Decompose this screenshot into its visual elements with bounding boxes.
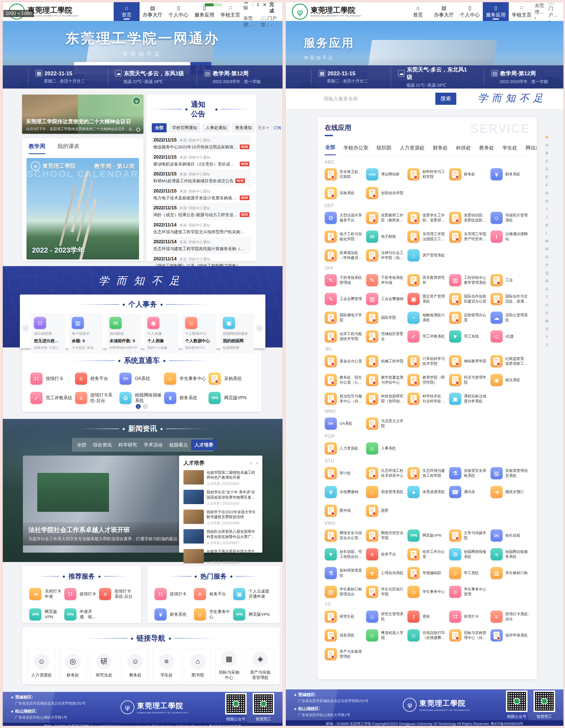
- app-item[interactable]: VPN网页版VPN: [408, 529, 447, 542]
- alpha-L[interactable]: L: [546, 229, 548, 237]
- prev-arrow[interactable]: ‹: [22, 325, 29, 332]
- app-item[interactable]: ≡疫情打卡系统-后台: [491, 611, 530, 623]
- service-shortcut[interactable]: ≡疫情打卡系统-后台: [99, 588, 134, 600]
- app-item[interactable]: ¥水电费缴纳: [325, 486, 364, 498]
- news-tab-3[interactable]: 学术活动: [140, 440, 166, 450]
- service-shortcut[interactable]: ▣个人云桌面开通申请: [233, 588, 272, 600]
- system-shortcut[interactable]: 采购系统: [208, 373, 253, 385]
- app-item[interactable]: ☺在线自助打印（在线缴费、学生...: [408, 629, 447, 641]
- app-item[interactable]: 化学工程与能源技术学院: [325, 330, 364, 342]
- app-item[interactable]: 迎新系统: [325, 629, 364, 641]
- notice-tab-0[interactable]: 全部: [152, 123, 167, 132]
- app-item[interactable]: ☺人事系统: [366, 442, 405, 454]
- alpha-S[interactable]: S: [546, 285, 548, 293]
- notice-item[interactable]: 2022/11/14来源: 招标中心通知 生态环境与建筑工程学院北斗指挥型用户机…: [152, 220, 251, 237]
- app-item[interactable]: ▥实验室管理信息系统: [491, 467, 530, 479]
- app-item[interactable]: OAOA系统: [325, 417, 364, 430]
- personal-card[interactable]: ∷ 进出校权限您无进出校权限权限详情: 不准入: [31, 314, 65, 354]
- alpha-K[interactable]: K: [546, 221, 548, 229]
- app-item[interactable]: 团委: [366, 505, 405, 517]
- system-shortcut[interactable]: ≡疫情打卡系统-后台: [75, 392, 120, 404]
- nav-item-1[interactable]: ▤办事大厅: [431, 2, 457, 21]
- alpha-W[interactable]: W: [545, 317, 549, 325]
- app-item[interactable]: ▼校长信箱、莞工热线后台管理系统: [325, 548, 364, 560]
- app-item[interactable]: 科学技术处、社会科学处、先进技...: [408, 393, 447, 405]
- notice-more[interactable]: 更多 ▾: [258, 125, 269, 130]
- notice-item[interactable]: 2022/11/15来源: 招标中心通知 物业服务中心2022年10月份保洁用品…: [152, 135, 251, 152]
- service-shortcut[interactable]: ∷疫情打卡: [64, 588, 99, 600]
- app-item[interactable]: 校友工作办公室: [408, 548, 447, 560]
- dept-tab-1[interactable]: 学校办公室: [343, 142, 369, 155]
- app-item[interactable]: 工会: [491, 274, 530, 286]
- app-item[interactable]: ☎通讯录: [449, 486, 488, 498]
- notice-subscribe[interactable]: 订阅: [271, 125, 281, 130]
- app-item[interactable]: 东莞理工学院资产经营有限公司: [449, 231, 488, 243]
- app-item[interactable]: 财务处: [449, 168, 488, 180]
- app-item[interactable]: ✎干部考核系统管理端: [325, 274, 364, 286]
- app-item[interactable]: 安全保卫处、武装部: [325, 168, 364, 180]
- personal-card[interactable]: ▥ 电子校园卡余额: 0卡片状态: 未知: [69, 314, 103, 354]
- notice-tab-1[interactable]: 学校官网通知: [169, 123, 200, 132]
- dept-tab-5[interactable]: 科技处: [456, 142, 472, 155]
- app-item[interactable]: ✉电子邮箱: [366, 231, 405, 243]
- app-item[interactable]: 党委组织部、党委统战部（党校办...: [449, 212, 488, 224]
- close-icon[interactable]: ✕: [262, 2, 266, 8]
- app-item[interactable]: ✎干部考核系统评分端: [366, 274, 405, 286]
- app-item[interactable]: ▣课程目标达成度分析系统: [449, 393, 488, 405]
- nav-item-0[interactable]: ⌂首页: [114, 2, 140, 21]
- alpha-D[interactable]: D: [545, 165, 548, 173]
- alpha-U[interactable]: U: [545, 301, 548, 309]
- alpha-E[interactable]: E: [546, 173, 548, 181]
- app-item[interactable]: 值班申请系统: [491, 629, 530, 641]
- nav-item-0[interactable]: ⌂首页: [405, 2, 431, 21]
- app-item[interactable]: ≈校园网自助服务系统: [491, 548, 530, 560]
- service-shortcut[interactable]: ¥财务系统: [154, 608, 194, 620]
- service-shortcut[interactable]: ☺学生事务中心: [194, 608, 233, 620]
- system-shortcut[interactable]: ⚙校园网络报修系统: [119, 392, 164, 404]
- alpha-I[interactable]: I: [546, 205, 547, 213]
- nav-item-2[interactable]: ▯个人中心: [165, 2, 191, 21]
- news-list-item[interactable]: 我校学子在2022年全国大学生数学建模竞赛斩获佳绩人才培养 | 2022/10/…: [183, 510, 258, 526]
- edit-button[interactable]: 编辑: [243, 2, 249, 11]
- app-item[interactable]: ♥心理咨询系统: [366, 567, 405, 579]
- app-item[interactable]: 国际学院: [366, 312, 405, 324]
- app-item[interactable]: 经济与管理学院: [449, 374, 488, 386]
- app-item[interactable]: ☺学生事务中心: [408, 586, 447, 598]
- news-tab-1[interactable]: 综合资讯: [90, 440, 115, 450]
- notice-tab-3[interactable]: 教务通知: [232, 123, 255, 132]
- news-tab-2[interactable]: 科学研究: [115, 440, 140, 450]
- alpha-J[interactable]: J: [546, 213, 548, 221]
- app-item[interactable]: 党委教师工作部（教师发展中心）: [366, 212, 405, 224]
- university-logo[interactable]: φ 東莞理工學院 DONGGUAN UNIVERSITY OF TECHNOLO…: [286, 4, 364, 20]
- link-nav-item[interactable]: ≡学生处: [152, 649, 180, 682]
- alpha-R[interactable]: R: [545, 277, 548, 285]
- app-item[interactable]: 教学质量监测与评估中心: [366, 374, 405, 386]
- alpha-N[interactable]: N: [545, 245, 548, 253]
- chevron-down-icon[interactable]: ∨: [249, 461, 252, 465]
- done-button[interactable]: ✓ 完成: [269, 2, 278, 14]
- app-item[interactable]: 生态环境工程技术研发中心: [366, 467, 405, 479]
- app-item[interactable]: 高等教育研究所: [408, 274, 447, 286]
- dept-tab-4[interactable]: 财务处: [432, 142, 448, 155]
- nav-item-3[interactable]: ▯服务应用: [483, 2, 509, 21]
- alpha-F[interactable]: F: [546, 181, 548, 189]
- app-item[interactable]: ☺学工系统: [449, 567, 488, 579]
- news-list-item[interactable]: 我校学生在“这十年·青年讲”全国高校宣讲联赛华南赛区复赛中获佳绩人才培养 | 2…: [183, 490, 258, 506]
- service-shortcut[interactable]: VPN网页版VPN: [29, 608, 64, 620]
- service-shortcut[interactable]: ≡校务平台: [194, 588, 233, 600]
- app-item[interactable]: 审计处: [325, 467, 364, 479]
- app-item[interactable]: 党委学生工作部、党委研究生工作...: [408, 212, 447, 224]
- link-nav-item[interactable]: 研研究生处: [90, 649, 118, 682]
- notice-item[interactable]: 2022/11/14来源: 招标中心通知 生态环境与建筑工程学院高性能计算服务采…: [152, 237, 251, 254]
- app-item[interactable]: 生态环境与建筑工程学院: [408, 467, 447, 479]
- app-item[interactable]: ‹›核酸检测统计系统: [408, 312, 447, 324]
- news-tab-0[interactable]: 全部: [74, 440, 90, 450]
- nav-item-4[interactable]: ∷学校主页: [509, 2, 535, 21]
- link-nav-item[interactable]: ◈资产与实验室管理处: [246, 649, 274, 682]
- app-item[interactable]: ≡校务平台: [366, 548, 405, 560]
- carousel-dot[interactable]: [136, 128, 140, 132]
- app-item[interactable]: 教育学院（师范学院）: [408, 374, 447, 386]
- app-item[interactable]: !易班: [408, 611, 447, 623]
- app-item[interactable]: 网络空间安全学院: [366, 529, 405, 542]
- service-shortcut[interactable]: VPN申请开通、续...: [64, 608, 99, 620]
